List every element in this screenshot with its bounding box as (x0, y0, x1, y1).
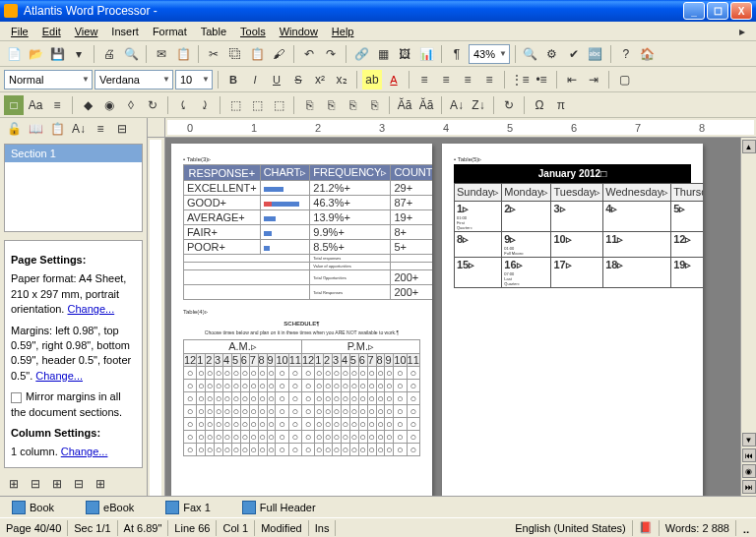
image-icon[interactable]: 🖼 (395, 44, 414, 64)
lp-b3-icon[interactable]: ⊞ (47, 474, 67, 494)
vertical-scrollbar[interactable]: ▲ ▼ ⏮ ◉ ⏭ (740, 138, 756, 496)
cut-icon[interactable]: ✂ (204, 44, 223, 64)
open-icon[interactable]: 📂 (26, 44, 45, 64)
panel-tab-4-icon[interactable]: A↓ (69, 119, 89, 139)
pilcrow-icon[interactable]: ¶ (447, 44, 467, 64)
panel-tab-3-icon[interactable]: 📋 (47, 119, 67, 139)
zoom-out-icon[interactable]: 🔍 (521, 44, 540, 64)
redo-icon[interactable]: ↷ (321, 44, 341, 64)
status-page[interactable]: Page 40/40 (0, 520, 68, 536)
help-icon[interactable]: ? (616, 44, 636, 64)
t4-sym1-icon[interactable]: Ω (530, 95, 549, 115)
sub-icon[interactable]: x₂ (332, 70, 351, 90)
panel-tab-1-icon[interactable]: 🔓 (4, 119, 24, 139)
t4-11-icon[interactable]: ⬚ (247, 95, 267, 115)
t4-18-icon[interactable]: Ăă (416, 95, 436, 115)
t4-9-icon[interactable]: ⤸ (195, 95, 215, 115)
page-right[interactable]: • Table(5)▹ January 2012□ Sunday▹Monday▹… (442, 144, 703, 496)
status-grip-icon[interactable]: ⣀ (736, 520, 756, 536)
strike-icon[interactable]: S (288, 70, 308, 90)
align-center-icon[interactable]: ≡ (436, 70, 456, 90)
doc-tab-book[interactable]: Book (6, 499, 60, 516)
sections-list[interactable]: Section 1 (4, 144, 143, 232)
maximize-button[interactable]: ☐ (707, 2, 728, 20)
lp-b5-icon[interactable]: ⊞ (91, 474, 110, 494)
doc-tab-fax[interactable]: Fax 1 (159, 499, 217, 516)
change-paper-link[interactable]: Change... (67, 303, 114, 315)
home-icon[interactable]: 🏠 (638, 44, 658, 64)
t4-sort-icon[interactable]: A↓ (447, 95, 467, 115)
next-page-button[interactable]: ⏭ (742, 480, 756, 494)
t4-4-icon[interactable]: ◆ (78, 95, 97, 115)
t4-10-icon[interactable]: ⬚ (225, 95, 245, 115)
fontcolor-icon[interactable]: A (384, 70, 404, 90)
lp-b2-icon[interactable]: ⊟ (26, 474, 45, 494)
minimize-button[interactable]: _ (683, 2, 705, 20)
hyperlink-icon[interactable]: 🔗 (351, 44, 371, 64)
t4-13-icon[interactable]: ⎘ (299, 95, 319, 115)
t4-16-icon[interactable]: ⎘ (364, 95, 384, 115)
page-left[interactable]: • Table(3)▹ RESPONSE+CHART▹FREQUENCY▹COU… (171, 144, 432, 496)
t4-sortz-icon[interactable]: Z↓ (469, 95, 488, 115)
scroll-up-button[interactable]: ▲ (742, 140, 756, 153)
t4-3-icon[interactable]: ≡ (47, 95, 67, 115)
status-ins[interactable]: Ins (309, 520, 337, 536)
menu-tools[interactable]: Tools (233, 24, 273, 39)
mirror-margins-option[interactable]: Mirror margins in all the document secti… (11, 389, 136, 420)
menu-window[interactable]: Window (273, 24, 325, 39)
outdent-icon[interactable]: ⇤ (562, 70, 582, 90)
t4-17-icon[interactable]: Ăă (395, 95, 414, 115)
mirror-checkbox[interactable] (11, 392, 22, 403)
lp-b4-icon[interactable]: ⊟ (69, 474, 89, 494)
print-icon[interactable]: 🖨 (99, 44, 119, 64)
table-icon[interactable]: ▦ (373, 44, 393, 64)
t4-12-icon[interactable]: ⬚ (269, 95, 288, 115)
status-book-icon[interactable]: 📕 (633, 520, 660, 536)
t4-7-icon[interactable]: ↻ (143, 95, 162, 115)
t4-8-icon[interactable]: ⤹ (173, 95, 193, 115)
t4-2-icon[interactable]: Aa (26, 95, 45, 115)
document-pages[interactable]: • Table(3)▹ RESPONSE+CHART▹FREQUENCY▹COU… (165, 138, 740, 496)
panel-tab-5-icon[interactable]: ≡ (91, 119, 110, 139)
tool2-icon[interactable]: 🔤 (586, 44, 605, 64)
chart-icon[interactable]: 📊 (416, 44, 436, 64)
tool1-icon[interactable]: ⚙ (542, 44, 562, 64)
menu-edit[interactable]: Edit (35, 24, 68, 39)
mail-icon[interactable]: ✉ (152, 44, 171, 64)
font-combo[interactable]: Verdana▼ (94, 70, 173, 90)
align-justify-icon[interactable]: ≡ (479, 70, 499, 90)
menu-table[interactable]: Table (194, 24, 233, 39)
copy-icon[interactable]: ⿻ (225, 44, 245, 64)
browse-button[interactable]: ◉ (742, 464, 756, 478)
save-dd-icon[interactable]: ▾ (69, 44, 89, 64)
status-words[interactable]: Words: 2 888 (660, 520, 736, 536)
doc-tab-ebook[interactable]: eBook (80, 499, 140, 516)
section-item[interactable]: Section 1 (5, 145, 142, 162)
align-left-icon[interactable]: ≡ (414, 70, 434, 90)
paste-icon[interactable]: 📋 (247, 44, 267, 64)
change-margins-link[interactable]: Change... (35, 370, 83, 382)
bold-icon[interactable]: B (223, 70, 243, 90)
size-combo[interactable]: 10▼ (175, 70, 213, 90)
t4-15-icon[interactable]: ⎘ (343, 95, 362, 115)
align-right-icon[interactable]: ≡ (458, 70, 477, 90)
ruler-horizontal[interactable]: 012345678 (148, 118, 756, 138)
indent-icon[interactable]: ⇥ (584, 70, 603, 90)
lp-b1-icon[interactable]: ⊞ (4, 474, 24, 494)
highlight-icon[interactable]: ab (362, 70, 382, 90)
t4-refresh-icon[interactable]: ↻ (499, 95, 519, 115)
change-cols-link[interactable]: Change... (61, 446, 108, 457)
super-icon[interactable]: x² (310, 70, 330, 90)
doc-tab-fullheader[interactable]: Full Header (236, 499, 322, 516)
style-combo[interactable]: Normal▼ (4, 70, 93, 90)
t4-5-icon[interactable]: ◉ (99, 95, 119, 115)
brush-icon[interactable]: 🖌 (269, 44, 288, 64)
panel-tab-2-icon[interactable]: 📖 (26, 119, 45, 139)
italic-icon[interactable]: I (245, 70, 265, 90)
t4-1-icon[interactable]: □ (4, 95, 24, 115)
menu-help[interactable]: Help (325, 24, 361, 39)
menu-file[interactable]: File (4, 24, 35, 39)
prev-page-button[interactable]: ⏮ (742, 448, 756, 462)
zoom-combo[interactable]: 43%▼ (469, 44, 510, 64)
status-sec[interactable]: Sec 1/1 (68, 520, 117, 536)
